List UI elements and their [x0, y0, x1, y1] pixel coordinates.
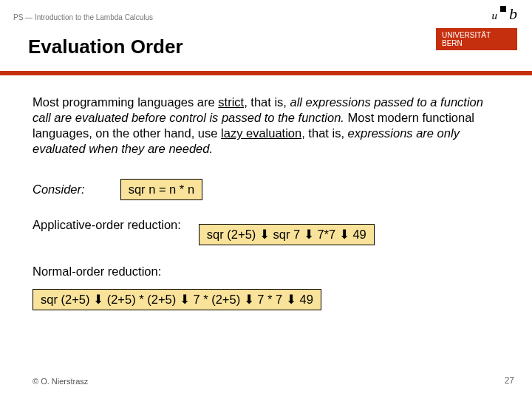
- header-course-label: PS — Introduction to the Lambda Calculus: [13, 13, 153, 21]
- norm-step3: 7 * (2+5): [193, 293, 240, 306]
- title-block: Evaluation Order: [28, 35, 446, 71]
- slide-title: Evaluation Order: [28, 35, 446, 58]
- codebox-applicative: sqr (2+5) ⬇ sqr 7 ⬇ 7*7 ⬇ 49: [199, 224, 375, 245]
- footer-copyright: © O. Nierstrasz: [33, 377, 88, 386]
- logo-letter-b: b: [509, 4, 517, 24]
- norm-step4: 7 * 7: [257, 293, 282, 306]
- logo-university-label: UNIVERSITÄT BERN: [436, 28, 517, 50]
- logo-letter-u: u: [492, 10, 498, 22]
- codebox-normal: sqr (2+5) ⬇ (2+5) * (2+5) ⬇ 7 * (2+5) ⬇ …: [33, 289, 321, 310]
- p1-lazy: lazy evaluation: [221, 126, 301, 140]
- title-underline: [0, 71, 532, 75]
- p1-seg2: , that is,: [244, 95, 290, 109]
- codebox-sqr-def: sqr n = n * n: [120, 179, 202, 200]
- app-step4: 49: [352, 228, 366, 241]
- normal-label: Normal-order reduction:: [33, 265, 499, 279]
- footer-page-number: 27: [505, 375, 514, 386]
- arrow-icon: ⬇: [93, 293, 103, 306]
- consider-row: Consider: sqr n = n * n: [33, 179, 499, 200]
- p1-seg1: Most programming languages are: [33, 95, 218, 109]
- p1-seg4: , that is,: [301, 126, 347, 140]
- applicative-row: Applicative-order reduction: sqr (2+5) ⬇…: [33, 218, 499, 245]
- logo-area: u b UNIVERSITÄT BERN: [436, 4, 517, 50]
- norm-step1: sqr (2+5): [41, 293, 89, 306]
- consider-label: Consider:: [33, 183, 85, 197]
- arrow-icon: ⬇: [339, 228, 349, 241]
- logo-line1: UNIVERSITÄT: [442, 31, 513, 39]
- slide: PS — Introduction to the Lambda Calculus…: [0, 0, 532, 399]
- norm-step5: 49: [299, 293, 313, 306]
- norm-step2: (2+5) * (2+5): [107, 293, 177, 306]
- logo-line2: BERN: [442, 39, 513, 47]
- logo-ub: u b: [436, 4, 517, 24]
- slide-body: Most programming languages are strict, t…: [33, 95, 499, 310]
- app-step2: sqr 7: [273, 228, 301, 241]
- applicative-label: Applicative-order reduction:: [33, 218, 181, 232]
- arrow-icon: ⬇: [304, 228, 314, 241]
- normal-box-wrap: sqr (2+5) ⬇ (2+5) * (2+5) ⬇ 7 * (2+5) ⬇ …: [33, 289, 499, 310]
- paragraph-1: Most programming languages are strict, t…: [33, 95, 499, 157]
- arrow-icon: ⬇: [286, 293, 296, 306]
- arrow-icon: ⬇: [180, 293, 190, 306]
- logo-square-icon: [500, 6, 506, 12]
- app-step3: 7*7: [317, 228, 335, 241]
- p1-strict: strict: [218, 95, 244, 109]
- app-step1: sqr (2+5): [207, 228, 256, 241]
- arrow-icon: ⬇: [244, 293, 254, 306]
- arrow-icon: ⬇: [259, 228, 270, 241]
